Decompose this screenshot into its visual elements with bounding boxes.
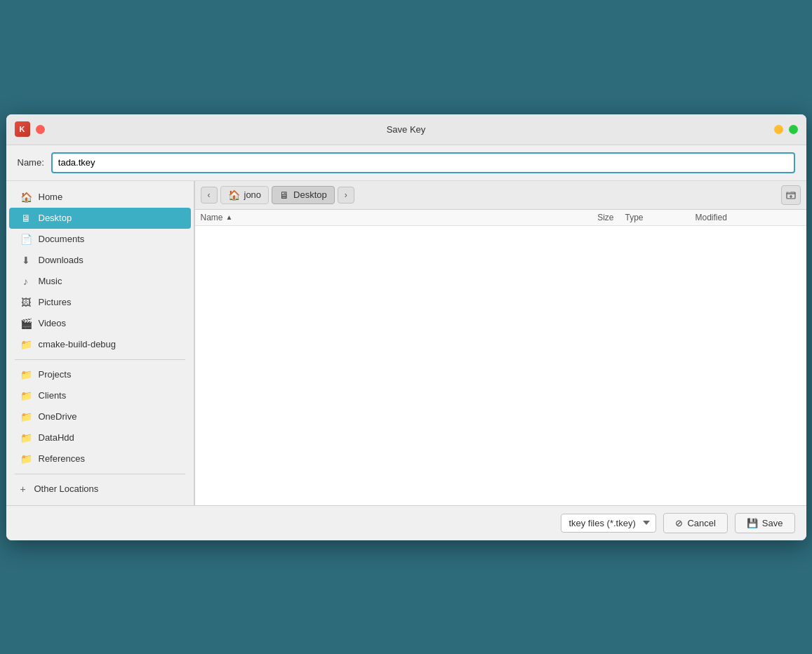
back-button[interactable]: ‹ bbox=[201, 187, 218, 203]
titlebar: K Save Key bbox=[6, 114, 806, 145]
save-button[interactable]: 💾 Save bbox=[735, 513, 795, 533]
plus-icon: + bbox=[18, 483, 29, 495]
sidebar-item-label: Videos bbox=[39, 318, 67, 328]
sidebar-item-label: Pictures bbox=[39, 297, 72, 307]
videos-icon: 🎬 bbox=[20, 318, 32, 329]
cancel-icon: ⊘ bbox=[675, 518, 683, 528]
folder-icon: 📁 bbox=[20, 339, 32, 350]
sidebar-item-clients[interactable]: 📁 Clients bbox=[9, 385, 191, 406]
sidebar-item-label: DataHdd bbox=[39, 432, 74, 443]
column-type[interactable]: Type bbox=[625, 213, 695, 222]
save-icon: 💾 bbox=[747, 518, 758, 528]
folder-icon: 📁 bbox=[20, 432, 32, 443]
sidebar-item-music[interactable]: ♪ Music bbox=[9, 271, 191, 292]
document-icon: 📄 bbox=[20, 234, 32, 245]
forward-button[interactable]: › bbox=[338, 187, 354, 203]
create-folder-icon bbox=[786, 190, 796, 200]
browser-toolbar: ‹ 🏠 jono 🖥 Desktop › bbox=[195, 181, 806, 210]
breadcrumb-jono[interactable]: 🏠 jono bbox=[220, 186, 269, 204]
sidebar-item-label: References bbox=[39, 453, 85, 464]
sidebar-item-label: Clients bbox=[39, 390, 67, 401]
sidebar-separator-2 bbox=[15, 474, 185, 474]
filename-input[interactable] bbox=[51, 152, 795, 173]
desktop-icon: 🖥 bbox=[20, 213, 32, 224]
sidebar-item-label: Music bbox=[39, 276, 62, 286]
minimize-button[interactable] bbox=[774, 125, 783, 134]
dialog-title: Save Key bbox=[387, 124, 426, 135]
sidebar: 🏠 Home 🖥 Desktop 📄 Documents ⬇ Downloads… bbox=[6, 181, 194, 505]
save-dialog: K Save Key Name: 🏠 Home 🖥 Desktop bbox=[6, 114, 806, 540]
home-breadcrumb-icon: 🏠 bbox=[228, 189, 240, 201]
column-modified[interactable]: Modified bbox=[695, 213, 801, 222]
bottom-bar: tkey files (*.tkey)All files (*) ⊘ Cance… bbox=[6, 505, 806, 540]
home-icon: 🏠 bbox=[20, 192, 32, 203]
sidebar-item-videos[interactable]: 🎬 Videos bbox=[9, 313, 191, 334]
sidebar-item-home[interactable]: 🏠 Home bbox=[9, 187, 191, 208]
cancel-button[interactable]: ⊘ Cancel bbox=[663, 513, 727, 533]
sidebar-item-label: cmake-build-debug bbox=[39, 339, 117, 349]
sort-arrow: ▲ bbox=[226, 213, 233, 221]
sidebar-item-documents[interactable]: 📄 Documents bbox=[9, 229, 191, 250]
sidebar-item-datahdd[interactable]: 📁 DataHdd bbox=[9, 427, 191, 448]
cancel-label: Cancel bbox=[687, 518, 715, 528]
sidebar-item-label: Documents bbox=[39, 234, 85, 244]
close-button[interactable] bbox=[36, 125, 45, 134]
folder-icon: 📁 bbox=[20, 411, 32, 422]
maximize-button[interactable] bbox=[789, 125, 798, 134]
folder-icon: 📁 bbox=[20, 369, 32, 380]
save-label: Save bbox=[762, 518, 783, 528]
pictures-icon: 🖼 bbox=[20, 297, 32, 308]
file-filter-select[interactable]: tkey files (*.tkey)All files (*) bbox=[561, 514, 656, 533]
sidebar-item-other-locations[interactable]: + Other Locations bbox=[6, 479, 194, 500]
sidebar-item-label: Desktop bbox=[39, 213, 72, 223]
other-locations-label: Other Locations bbox=[34, 483, 99, 494]
sidebar-item-desktop[interactable]: 🖥 Desktop bbox=[9, 208, 191, 229]
breadcrumb-jono-label: jono bbox=[244, 189, 262, 200]
name-label: Name: bbox=[18, 157, 44, 168]
column-headers: Name ▲ Size Type Modified bbox=[195, 210, 806, 226]
breadcrumb-desktop[interactable]: 🖥 Desktop bbox=[272, 186, 335, 204]
sidebar-item-projects[interactable]: 📁 Projects bbox=[9, 364, 191, 385]
sidebar-item-label: Home bbox=[39, 192, 63, 202]
main-content: 🏠 Home 🖥 Desktop 📄 Documents ⬇ Downloads… bbox=[6, 181, 806, 505]
sidebar-item-onedrive[interactable]: 📁 OneDrive bbox=[9, 406, 191, 427]
breadcrumb-desktop-label: Desktop bbox=[293, 189, 327, 200]
sidebar-separator bbox=[15, 359, 185, 360]
sidebar-item-label: Downloads bbox=[39, 255, 84, 265]
create-folder-button[interactable] bbox=[781, 185, 801, 205]
sidebar-item-downloads[interactable]: ⬇ Downloads bbox=[9, 250, 191, 271]
sidebar-item-label: Projects bbox=[39, 369, 72, 380]
desktop-breadcrumb-icon: 🖥 bbox=[279, 189, 289, 201]
folder-icon: 📁 bbox=[20, 390, 32, 401]
music-icon: ♪ bbox=[20, 276, 32, 287]
name-row: Name: bbox=[6, 145, 806, 181]
download-icon: ⬇ bbox=[20, 255, 32, 266]
sidebar-item-references[interactable]: 📁 References bbox=[9, 448, 191, 469]
column-name[interactable]: Name ▲ bbox=[201, 213, 569, 222]
folder-icon: 📁 bbox=[20, 453, 32, 465]
sidebar-item-pictures[interactable]: 🖼 Pictures bbox=[9, 292, 191, 313]
sidebar-item-cmake[interactable]: 📁 cmake-build-debug bbox=[9, 334, 191, 355]
sidebar-item-label: OneDrive bbox=[39, 411, 77, 422]
window-controls: K bbox=[15, 121, 45, 137]
app-icon: K bbox=[15, 121, 30, 137]
column-size[interactable]: Size bbox=[569, 213, 625, 222]
file-list bbox=[195, 226, 806, 505]
file-browser: ‹ 🏠 jono 🖥 Desktop › bbox=[194, 181, 806, 505]
